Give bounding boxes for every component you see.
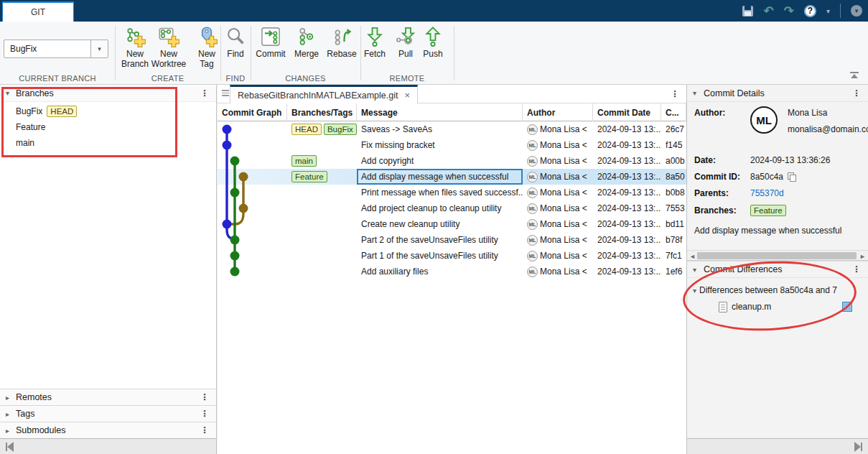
details-kebab-menu-icon[interactable]: ⋮ bbox=[852, 88, 861, 98]
col-branches-tags[interactable]: Branches/Tags bbox=[287, 103, 357, 121]
collapse-chevron-icon[interactable]: ▾ bbox=[693, 89, 704, 97]
details-horizontal-scrollbar[interactable]: ◄ ► bbox=[687, 250, 868, 261]
find-icon bbox=[225, 26, 246, 47]
compare-file-icon[interactable] bbox=[842, 302, 852, 312]
submodules-kebab-menu-icon[interactable]: ⋮ bbox=[200, 425, 209, 435]
merge-button[interactable]: Merge bbox=[286, 26, 327, 59]
branch-item-bugfix[interactable]: BugFix HEAD bbox=[0, 103, 216, 119]
pull-icon bbox=[395, 26, 416, 47]
author-email: monalisa@domain.com bbox=[788, 124, 868, 134]
branch-item-feature[interactable]: Feature bbox=[0, 119, 216, 135]
current-branch-combobox[interactable]: BugFix ▾ bbox=[4, 40, 108, 58]
author-name: Mona Lisa < bbox=[540, 156, 587, 166]
commit-differences-header[interactable]: ▾ Commit Differences ⋮ bbox=[687, 261, 868, 278]
title-bar: GIT ↶ ↷ ? ▾ ▾ bbox=[0, 0, 868, 22]
avatar: ML bbox=[527, 124, 538, 135]
remotes-section-header[interactable]: ▸ Remotes ⋮ bbox=[0, 389, 216, 405]
scrollbar-thumb[interactable] bbox=[697, 252, 857, 259]
parent-commit-link[interactable]: 755370d bbox=[750, 188, 868, 198]
close-tab-icon[interactable]: × bbox=[404, 90, 410, 101]
push-icon bbox=[422, 26, 444, 47]
commit-message-selected: Add display message when successful bbox=[357, 169, 523, 185]
remotes-kebab-menu-icon[interactable]: ⋮ bbox=[200, 392, 209, 402]
left-horizontal-scrollbar[interactable] bbox=[0, 438, 216, 454]
rebase-icon bbox=[331, 26, 353, 47]
diff-file-row[interactable]: cleanup.m bbox=[693, 298, 868, 315]
col-author[interactable]: Author bbox=[523, 103, 593, 121]
collapse-chevron-icon[interactable]: ▾ bbox=[6, 89, 16, 97]
commit-date: 2024-09-13 13:... bbox=[593, 248, 661, 264]
author-name: Mona Lisa < bbox=[540, 203, 587, 213]
undo-icon[interactable]: ↶ bbox=[763, 4, 773, 19]
diff-file-name: cleanup.m bbox=[732, 302, 771, 312]
new-tag-label: New Tag bbox=[198, 49, 215, 69]
table-row[interactable]: Add project cleanup to cleanup utility M… bbox=[218, 200, 686, 216]
table-row[interactable]: Add auxiliary files ML Mona Lisa < 2024-… bbox=[218, 264, 686, 279]
commit-icon bbox=[260, 26, 281, 47]
find-label: Find bbox=[227, 49, 243, 59]
help-icon[interactable]: ? bbox=[804, 5, 816, 17]
scrollbar-right-arrow-icon[interactable]: ► bbox=[859, 253, 866, 260]
branch-item-main[interactable]: main bbox=[0, 135, 216, 151]
table-row[interactable]: main Add copyright ML Mona Lisa < 2024-0… bbox=[218, 153, 686, 169]
commit-id: 7fc1 bbox=[661, 248, 686, 264]
tags-section-header[interactable]: ▸ Tags ⋮ bbox=[0, 405, 216, 422]
author-name: Mona Lisa < bbox=[540, 140, 587, 150]
expand-chevron-icon[interactable]: ▸ bbox=[6, 427, 16, 435]
expand-chevron-icon[interactable]: ▸ bbox=[6, 410, 16, 418]
find-button[interactable]: Find bbox=[215, 26, 256, 59]
scroll-left-icon[interactable] bbox=[6, 442, 14, 452]
col-commit-id[interactable]: C... bbox=[661, 103, 686, 121]
panel-kebab-menu-icon[interactable]: ⋮ bbox=[671, 89, 679, 99]
differences-group-row[interactable]: ▾ Differences between 8a50c4a and 7 bbox=[693, 282, 868, 298]
combobox-arrow-icon[interactable]: ▾ bbox=[90, 40, 108, 57]
group-label-changes: CHANGES bbox=[251, 74, 360, 83]
table-row[interactable]: Print message when files saved successf.… bbox=[218, 185, 686, 200]
scrollbar-left-arrow-icon[interactable]: ◄ bbox=[689, 253, 696, 260]
author-name: Mona Lisa < bbox=[540, 219, 587, 229]
table-row[interactable]: Fix missing bracket ML Mona Lisa < 2024-… bbox=[218, 137, 686, 153]
ribbon-tab-git[interactable]: GIT bbox=[2, 1, 74, 22]
differences-kebab-menu-icon[interactable]: ⋮ bbox=[852, 264, 861, 274]
table-row[interactable]: Part 2 of the saveUnsaveFiles utility ML… bbox=[218, 232, 686, 248]
document-bar-grip-icon[interactable] bbox=[222, 90, 229, 96]
col-commit-date[interactable]: Commit Date bbox=[593, 103, 661, 121]
commit-details-header[interactable]: ▾ Commit Details ⋮ bbox=[687, 85, 868, 102]
merge-label: Merge bbox=[294, 49, 319, 59]
collapse-chevron-icon[interactable]: ▾ bbox=[693, 287, 696, 295]
collapse-ribbon-button[interactable] bbox=[848, 72, 861, 81]
group-changes: Commit Merge Rebase C bbox=[251, 22, 360, 85]
commit-button[interactable]: Commit bbox=[251, 26, 291, 59]
branches-section-header[interactable]: ▾ Branches ⋮ bbox=[0, 85, 216, 102]
avatar: ML bbox=[527, 172, 538, 182]
collapse-chevron-icon[interactable]: ▾ bbox=[693, 266, 704, 274]
right-horizontal-scrollbar[interactable] bbox=[687, 438, 868, 454]
commit-message: Add auxiliary files bbox=[357, 264, 523, 279]
save-icon[interactable] bbox=[742, 6, 753, 17]
copy-icon[interactable] bbox=[788, 172, 795, 181]
table-row[interactable]: HEAD BugFix Saveas -> SaveAs ML Mona Lis… bbox=[218, 121, 686, 137]
table-row[interactable]: Part 1 of the saveUnsaveFiles utility ML… bbox=[218, 248, 686, 264]
commit-id: bd11 bbox=[661, 216, 686, 232]
help-dropdown-caret-icon[interactable]: ▾ bbox=[826, 7, 830, 15]
account-dropdown-icon[interactable]: ▾ bbox=[851, 5, 862, 17]
tags-kebab-menu-icon[interactable]: ⋮ bbox=[200, 409, 209, 419]
redo-icon[interactable]: ↷ bbox=[784, 4, 794, 19]
expand-chevron-icon[interactable]: ▸ bbox=[6, 394, 16, 402]
submodules-section-header[interactable]: ▸ Submodules ⋮ bbox=[0, 422, 216, 438]
commit-message: Create new cleanup utility bbox=[357, 216, 523, 232]
table-row-selected[interactable]: Feature Add display message when success… bbox=[218, 169, 686, 185]
col-message[interactable]: Message bbox=[357, 103, 523, 121]
author-name: Mona Lisa < bbox=[540, 187, 587, 198]
branch-name: main bbox=[16, 138, 34, 148]
document-tab[interactable]: RebaseGitBranchInMATLABExample.git × bbox=[230, 85, 418, 103]
commit-message: Part 1 of the saveUnsaveFiles utility bbox=[357, 248, 523, 264]
col-commit-graph[interactable]: Commit Graph bbox=[218, 103, 287, 121]
new-worktree-button[interactable]: New Worktree bbox=[149, 26, 189, 69]
table-row[interactable]: Create new cleanup utility ML Mona Lisa … bbox=[218, 216, 686, 232]
push-button[interactable]: Push bbox=[414, 26, 452, 59]
branches-kebab-menu-icon[interactable]: ⋮ bbox=[200, 88, 209, 98]
commit-date: 2024-09-13 13:... bbox=[593, 232, 661, 248]
scroll-right-icon[interactable] bbox=[854, 442, 862, 452]
branch-badge: BugFix bbox=[324, 124, 357, 135]
